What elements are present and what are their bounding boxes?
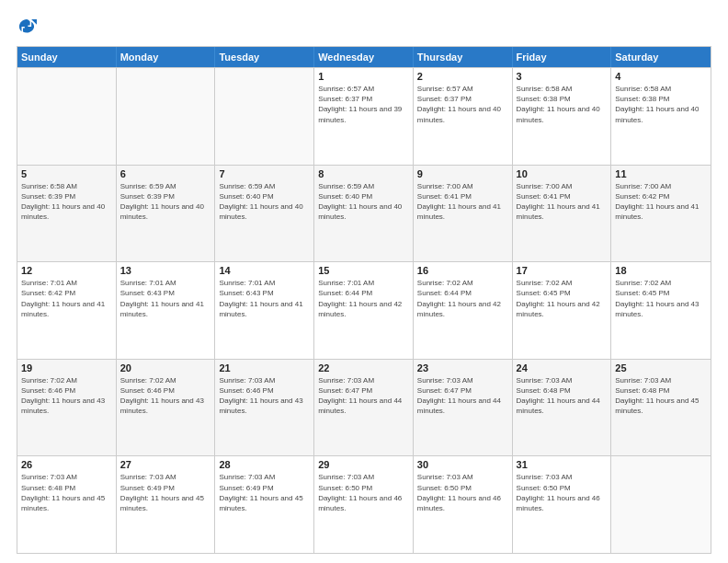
- cell-date: 9: [417, 168, 508, 179]
- cal-cell-8: 8Sunrise: 6:59 AM Sunset: 6:40 PM Daylig…: [314, 166, 414, 262]
- cell-info: Sunrise: 7:03 AM Sunset: 6:50 PM Dayligh…: [417, 472, 508, 513]
- cal-cell-23: 23Sunrise: 7:03 AM Sunset: 6:47 PM Dayli…: [414, 360, 513, 456]
- cal-cell-15: 15Sunrise: 7:01 AM Sunset: 6:44 PM Dayli…: [314, 262, 414, 359]
- cal-cell-10: 10Sunrise: 7:00 AM Sunset: 6:41 PM Dayli…: [513, 166, 612, 262]
- logo: [17, 17, 40, 37]
- cell-info: Sunrise: 7:03 AM Sunset: 6:50 PM Dayligh…: [517, 472, 608, 513]
- cell-date: 2: [417, 71, 508, 82]
- cell-info: Sunrise: 7:02 AM Sunset: 6:46 PM Dayligh…: [120, 375, 211, 417]
- cell-info: Sunrise: 7:01 AM Sunset: 6:43 PM Dayligh…: [219, 278, 310, 319]
- cell-date: 4: [615, 71, 707, 82]
- cal-cell-1: 1Sunrise: 6:57 AM Sunset: 6:37 PM Daylig…: [314, 68, 414, 165]
- cal-cell-empty-0-2: [215, 68, 314, 165]
- cal-cell-19: 19Sunrise: 7:02 AM Sunset: 6:46 PM Dayli…: [17, 360, 117, 456]
- calendar-header: SundayMondayTuesdayWednesdayThursdayFrid…: [17, 47, 711, 67]
- cal-cell-30: 30Sunrise: 7:03 AM Sunset: 6:50 PM Dayli…: [414, 456, 513, 553]
- cell-info: Sunrise: 7:03 AM Sunset: 6:50 PM Dayligh…: [318, 472, 409, 513]
- calendar-body: 1Sunrise: 6:57 AM Sunset: 6:37 PM Daylig…: [17, 67, 711, 553]
- cell-date: 13: [120, 265, 211, 276]
- cell-date: 15: [318, 265, 409, 276]
- cell-date: 6: [120, 168, 211, 179]
- cell-date: 31: [517, 459, 608, 470]
- cal-cell-7: 7Sunrise: 6:59 AM Sunset: 6:40 PM Daylig…: [215, 166, 314, 262]
- cell-date: 19: [21, 362, 112, 373]
- cell-info: Sunrise: 7:01 AM Sunset: 6:44 PM Dayligh…: [318, 278, 409, 319]
- cal-cell-24: 24Sunrise: 7:03 AM Sunset: 6:48 PM Dayli…: [513, 360, 612, 456]
- cell-info: Sunrise: 7:00 AM Sunset: 6:42 PM Dayligh…: [615, 181, 707, 223]
- cal-row-0: 1Sunrise: 6:57 AM Sunset: 6:37 PM Daylig…: [17, 67, 711, 165]
- header-cell-thursday: Thursday: [414, 47, 513, 67]
- cal-row-4: 26Sunrise: 7:03 AM Sunset: 6:48 PM Dayli…: [17, 455, 711, 553]
- cal-cell-22: 22Sunrise: 7:03 AM Sunset: 6:47 PM Dayli…: [314, 360, 414, 456]
- cal-cell-31: 31Sunrise: 7:03 AM Sunset: 6:50 PM Dayli…: [513, 456, 612, 553]
- cell-info: Sunrise: 7:01 AM Sunset: 6:43 PM Dayligh…: [120, 278, 211, 319]
- cal-cell-20: 20Sunrise: 7:02 AM Sunset: 6:46 PM Dayli…: [117, 360, 216, 456]
- cell-date: 3: [517, 71, 608, 82]
- cell-info: Sunrise: 7:03 AM Sunset: 6:48 PM Dayligh…: [517, 375, 608, 417]
- cell-date: 12: [21, 265, 112, 276]
- cell-date: 23: [417, 362, 508, 373]
- cell-info: Sunrise: 6:59 AM Sunset: 6:40 PM Dayligh…: [318, 181, 409, 223]
- cal-cell-11: 11Sunrise: 7:00 AM Sunset: 6:42 PM Dayli…: [611, 166, 711, 262]
- cell-info: Sunrise: 7:02 AM Sunset: 6:45 PM Dayligh…: [615, 278, 707, 319]
- header-cell-tuesday: Tuesday: [215, 47, 314, 67]
- cal-row-3: 19Sunrise: 7:02 AM Sunset: 6:46 PM Dayli…: [17, 359, 711, 456]
- cell-date: 29: [318, 459, 409, 470]
- cal-cell-21: 21Sunrise: 7:03 AM Sunset: 6:46 PM Dayli…: [215, 360, 314, 456]
- cal-row-1: 5Sunrise: 6:58 AM Sunset: 6:39 PM Daylig…: [17, 165, 711, 262]
- cell-info: Sunrise: 6:58 AM Sunset: 6:38 PM Dayligh…: [517, 84, 608, 125]
- cell-info: Sunrise: 7:01 AM Sunset: 6:42 PM Dayligh…: [21, 278, 112, 319]
- cal-cell-26: 26Sunrise: 7:03 AM Sunset: 6:48 PM Dayli…: [17, 456, 117, 553]
- cell-info: Sunrise: 6:58 AM Sunset: 6:38 PM Dayligh…: [615, 84, 707, 125]
- cell-info: Sunrise: 7:02 AM Sunset: 6:44 PM Dayligh…: [417, 278, 508, 319]
- cell-date: 10: [517, 168, 608, 179]
- cell-info: Sunrise: 7:03 AM Sunset: 6:46 PM Dayligh…: [219, 375, 310, 417]
- cal-cell-4: 4Sunrise: 6:58 AM Sunset: 6:38 PM Daylig…: [611, 68, 711, 165]
- header-cell-monday: Monday: [117, 47, 216, 67]
- cal-row-2: 12Sunrise: 7:01 AM Sunset: 6:42 PM Dayli…: [17, 261, 711, 359]
- cell-info: Sunrise: 7:03 AM Sunset: 6:47 PM Dayligh…: [318, 375, 409, 417]
- cell-info: Sunrise: 7:03 AM Sunset: 6:47 PM Dayligh…: [417, 375, 508, 417]
- cal-cell-16: 16Sunrise: 7:02 AM Sunset: 6:44 PM Dayli…: [414, 262, 513, 359]
- calendar: SundayMondayTuesdayWednesdayThursdayFrid…: [17, 46, 711, 554]
- cell-date: 11: [615, 168, 707, 179]
- cal-cell-empty-0-1: [117, 68, 216, 165]
- cell-date: 20: [120, 362, 211, 373]
- cell-date: 26: [21, 459, 112, 470]
- cell-info: Sunrise: 7:03 AM Sunset: 6:49 PM Dayligh…: [219, 472, 310, 513]
- cell-date: 8: [318, 168, 409, 179]
- cell-info: Sunrise: 6:57 AM Sunset: 6:37 PM Dayligh…: [318, 84, 409, 125]
- cal-cell-18: 18Sunrise: 7:02 AM Sunset: 6:45 PM Dayli…: [611, 262, 711, 359]
- cell-date: 24: [517, 362, 608, 373]
- header-cell-wednesday: Wednesday: [314, 47, 414, 67]
- cell-info: Sunrise: 7:03 AM Sunset: 6:49 PM Dayligh…: [120, 472, 211, 513]
- cell-info: Sunrise: 7:03 AM Sunset: 6:48 PM Dayligh…: [21, 472, 112, 513]
- cell-info: Sunrise: 6:59 AM Sunset: 6:39 PM Dayligh…: [120, 181, 211, 223]
- cell-date: 30: [417, 459, 508, 470]
- cal-cell-29: 29Sunrise: 7:03 AM Sunset: 6:50 PM Dayli…: [314, 456, 414, 553]
- cal-cell-2: 2Sunrise: 6:57 AM Sunset: 6:37 PM Daylig…: [414, 68, 513, 165]
- header-cell-saturday: Saturday: [611, 47, 711, 67]
- cal-cell-5: 5Sunrise: 6:58 AM Sunset: 6:39 PM Daylig…: [17, 166, 117, 262]
- cell-date: 22: [318, 362, 409, 373]
- cell-date: 21: [219, 362, 310, 373]
- cell-info: Sunrise: 6:58 AM Sunset: 6:39 PM Dayligh…: [21, 181, 112, 223]
- cell-info: Sunrise: 7:02 AM Sunset: 6:46 PM Dayligh…: [21, 375, 112, 417]
- cell-info: Sunrise: 6:59 AM Sunset: 6:40 PM Dayligh…: [219, 181, 310, 223]
- cal-cell-27: 27Sunrise: 7:03 AM Sunset: 6:49 PM Dayli…: [117, 456, 216, 553]
- logo-icon: [17, 17, 37, 37]
- cal-cell-12: 12Sunrise: 7:01 AM Sunset: 6:42 PM Dayli…: [17, 262, 117, 359]
- cell-info: Sunrise: 6:57 AM Sunset: 6:37 PM Dayligh…: [417, 84, 508, 125]
- cal-cell-empty-4-6: [611, 456, 711, 553]
- cal-cell-25: 25Sunrise: 7:03 AM Sunset: 6:48 PM Dayli…: [611, 360, 711, 456]
- cal-cell-13: 13Sunrise: 7:01 AM Sunset: 6:43 PM Dayli…: [117, 262, 216, 359]
- cal-cell-3: 3Sunrise: 6:58 AM Sunset: 6:38 PM Daylig…: [513, 68, 612, 165]
- cell-date: 16: [417, 265, 508, 276]
- cell-info: Sunrise: 7:00 AM Sunset: 6:41 PM Dayligh…: [417, 181, 508, 223]
- cell-date: 7: [219, 168, 310, 179]
- cell-date: 27: [120, 459, 211, 470]
- header-cell-sunday: Sunday: [17, 47, 117, 67]
- cal-cell-6: 6Sunrise: 6:59 AM Sunset: 6:39 PM Daylig…: [117, 166, 216, 262]
- header-cell-friday: Friday: [513, 47, 612, 67]
- cell-date: 25: [615, 362, 707, 373]
